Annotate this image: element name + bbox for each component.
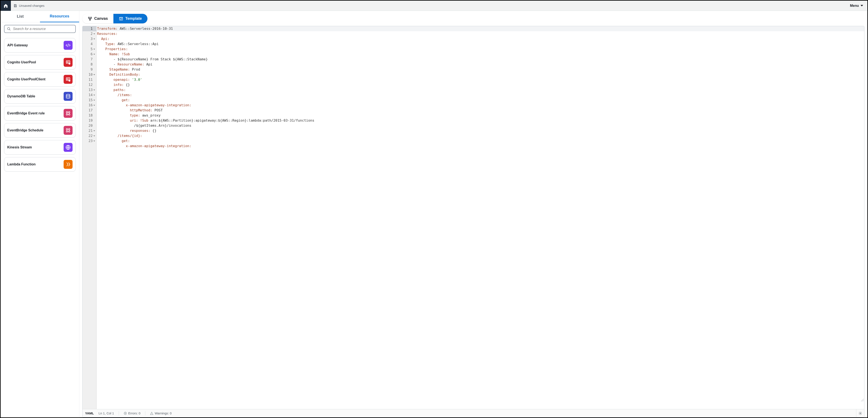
resource-item[interactable]: Cognito UserPool <box>4 55 76 69</box>
resource-item[interactable]: DynamoDB Table <box>4 89 76 103</box>
gutter-line[interactable]: 5 <box>83 46 96 52</box>
svg-point-22 <box>860 413 861 414</box>
code-line[interactable]: Name: !Sub <box>97 52 864 57</box>
fold-icon[interactable] <box>93 95 95 96</box>
fold-icon[interactable] <box>93 49 95 50</box>
svg-point-9 <box>68 111 70 113</box>
gutter-line[interactable]: 4 <box>83 41 96 46</box>
gutter-line[interactable]: 18 <box>83 113 96 118</box>
editor-gutter[interactable]: 1234567891011121314151617181920212223 <box>83 26 97 409</box>
svg-point-10 <box>66 114 68 115</box>
resource-item-label: Lambda Function <box>7 162 35 166</box>
code-line[interactable]: Resources: <box>97 31 864 36</box>
search-input[interactable] <box>13 27 73 31</box>
gutter-line[interactable]: 1 <box>83 26 96 31</box>
fold-icon[interactable] <box>93 74 95 75</box>
svg-point-11 <box>68 114 70 115</box>
view-canvas-button[interactable]: Canvas <box>82 14 114 23</box>
gutter-line[interactable]: 20 <box>83 123 96 128</box>
gutter-line[interactable]: 12 <box>83 82 96 87</box>
code-line[interactable]: uri: !Sub arn:${AWS::Partition}:apigatew… <box>97 118 864 123</box>
gutter-line[interactable]: 3 <box>83 36 96 41</box>
resource-icon <box>64 126 72 135</box>
resource-icon <box>64 109 72 118</box>
fold-icon[interactable] <box>93 90 95 91</box>
fold-icon[interactable] <box>93 135 95 136</box>
status-warnings[interactable]: Warnings: 0 <box>150 411 172 415</box>
tab-list[interactable]: List <box>1 11 40 22</box>
gutter-line[interactable]: 17 <box>83 108 96 113</box>
code-line[interactable]: openapi: '3.0' <box>97 77 864 82</box>
gutter-line[interactable]: 8 <box>83 62 96 67</box>
status-errors[interactable]: Errors: 0 <box>124 411 141 415</box>
code-line[interactable]: /items: <box>97 93 864 98</box>
view-template-button[interactable]: Template <box>114 14 148 23</box>
menu-button[interactable]: Menu <box>848 3 865 9</box>
fold-icon[interactable] <box>93 140 95 141</box>
gutter-line[interactable]: 9 <box>83 67 96 72</box>
gutter-line[interactable]: 13 <box>83 87 96 93</box>
fold-icon[interactable] <box>93 130 95 131</box>
fold-icon[interactable] <box>93 100 95 101</box>
gutter-line[interactable]: 15 <box>83 98 96 103</box>
code-line[interactable]: Transform: AWS::Serverless-2016-10-31 <box>97 26 864 31</box>
gutter-line[interactable]: 22 <box>83 133 96 138</box>
error-icon <box>124 412 127 415</box>
code-line[interactable]: type: aws_proxy <box>97 113 864 118</box>
gutter-line[interactable]: 11 <box>83 77 96 82</box>
resource-item-label: Cognito UserPoolClient <box>7 77 45 81</box>
resource-item[interactable]: API Gateway <box>4 38 76 53</box>
gutter-line[interactable]: 2 <box>83 31 96 36</box>
code-line[interactable]: paths: <box>97 87 864 93</box>
gutter-line[interactable]: 6 <box>83 52 96 57</box>
gutter-line[interactable]: 14 <box>83 93 96 98</box>
editor-content[interactable]: Transform: AWS::Serverless-2016-10-31Res… <box>97 26 864 409</box>
resource-item-label: Kinesis Stream <box>7 146 32 149</box>
gutter-line[interactable]: 10 <box>83 72 96 77</box>
resource-item-label: API Gateway <box>7 43 28 47</box>
gutter-line[interactable]: 19 <box>83 118 96 123</box>
code-editor[interactable]: 1234567891011121314151617181920212223 Tr… <box>82 26 864 417</box>
resource-item-label: EventBridge Event rule <box>7 111 45 115</box>
svg-rect-18 <box>91 17 92 18</box>
svg-point-5 <box>67 79 68 79</box>
code-line[interactable]: /items/{id}: <box>97 133 864 138</box>
code-line[interactable]: x-amazon-apigateway-integration: <box>97 103 864 108</box>
fold-icon[interactable] <box>93 105 95 106</box>
code-line[interactable]: get: <box>97 98 864 103</box>
resource-item[interactable]: EventBridge Event rule <box>4 106 76 121</box>
code-line[interactable]: info: {} <box>97 82 864 87</box>
code-line[interactable]: - ResourceName: Api <box>97 62 864 67</box>
code-line[interactable]: httpMethod: POST <box>97 108 864 113</box>
resource-item[interactable]: EventBridge Schedule <box>4 123 76 137</box>
code-line[interactable]: DefinitionBody: <box>97 72 864 77</box>
gutter-line[interactable]: 7 <box>83 57 96 62</box>
fold-icon[interactable] <box>93 33 95 34</box>
code-line[interactable]: x-amazon-apigateway-integration: <box>97 143 864 149</box>
resource-list[interactable]: API GatewayCognito UserPoolCognito UserP… <box>1 35 79 417</box>
fold-icon[interactable] <box>93 54 95 55</box>
search-input-wrapper[interactable] <box>4 25 76 33</box>
gutter-line[interactable]: 21 <box>83 128 96 133</box>
resource-item-label: EventBridge Schedule <box>7 128 43 132</box>
gutter-line[interactable]: 23 <box>83 138 96 143</box>
code-line[interactable]: get: <box>97 138 864 143</box>
code-line[interactable]: Api: <box>97 36 864 41</box>
code-line[interactable]: StageName: Prod <box>97 67 864 72</box>
code-line[interactable]: /${getItems.Arn}/invocations <box>97 123 864 128</box>
unsaved-label: Unsaved changes <box>19 4 44 7</box>
settings-button[interactable] <box>856 409 864 417</box>
fold-icon[interactable] <box>93 38 95 39</box>
home-button[interactable] <box>1 1 11 11</box>
gutter-line[interactable]: 16 <box>83 103 96 108</box>
code-line[interactable]: - ${ResourceName} From Stack ${AWS::Stac… <box>97 57 864 62</box>
sidebar-tabs: List Resources <box>1 11 79 22</box>
resource-item[interactable]: Kinesis Stream <box>4 140 76 155</box>
resource-item-label: DynamoDB Table <box>7 94 35 98</box>
code-line[interactable]: responses: {} <box>97 128 864 133</box>
resource-item[interactable]: Lambda Function <box>4 157 76 171</box>
resource-item[interactable]: Cognito UserPoolClient <box>4 72 76 87</box>
tab-resources[interactable]: Resources <box>40 11 80 22</box>
code-line[interactable]: Type: AWS::Serverless::Api <box>97 41 864 46</box>
code-line[interactable]: Properties: <box>97 46 864 52</box>
